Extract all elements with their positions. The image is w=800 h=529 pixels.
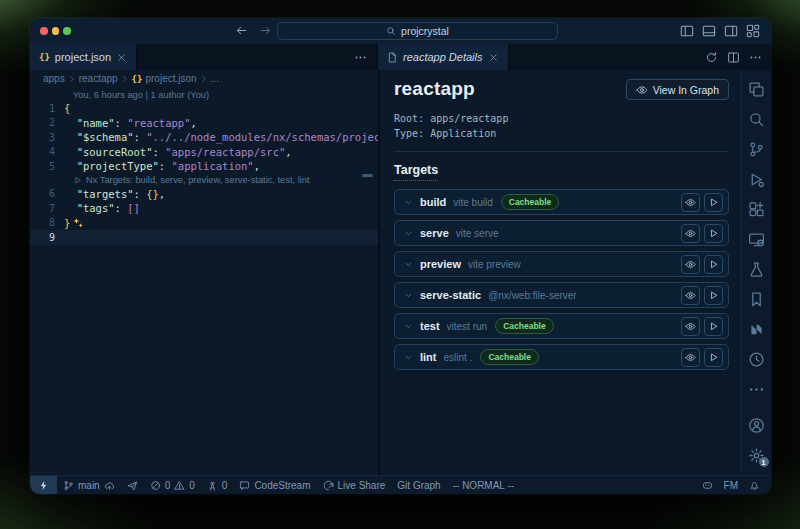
- status-broadcast[interactable]: 0: [201, 476, 234, 494]
- play-icon: [708, 197, 719, 208]
- code-line[interactable]: 8}: [30, 216, 378, 231]
- expand-target-icon[interactable]: [404, 260, 413, 269]
- status-problems[interactable]: 00: [144, 476, 201, 494]
- live-share-icon: [323, 480, 334, 491]
- activity-bookmarks[interactable]: [741, 284, 772, 314]
- json-file-icon: {}: [39, 52, 50, 62]
- codelens[interactable]: You, 6 hours ago | 1 author (You): [30, 88, 378, 101]
- inline-suggestion-icon[interactable]: [72, 217, 84, 229]
- breadcrumb-item[interactable]: ...: [211, 73, 219, 84]
- target-view-button[interactable]: [681, 255, 700, 274]
- back-icon[interactable]: [235, 24, 248, 37]
- code-line[interactable]: 1{: [30, 101, 378, 116]
- code-line[interactable]: 9: [30, 230, 378, 245]
- activity-run-debug[interactable]: [741, 164, 772, 194]
- maximize-window-button[interactable]: [63, 27, 71, 35]
- target-run-button[interactable]: [704, 348, 723, 367]
- activity-extensions[interactable]: [741, 194, 772, 224]
- target-row-preview[interactable]: previewvite preview: [394, 251, 729, 277]
- toggle-sidebar-right-icon[interactable]: [724, 24, 738, 38]
- code-line[interactable]: 3 "$schema": "../../node_modules/nx/sche…: [30, 130, 378, 145]
- activity-testing[interactable]: [741, 254, 772, 284]
- toggle-sidebar-left-icon[interactable]: [680, 24, 694, 38]
- cacheable-badge: Cacheable: [501, 194, 560, 210]
- target-row-serve[interactable]: servevite serve: [394, 220, 729, 246]
- tab-reactapp-details[interactable]: reactapp Details: [378, 44, 509, 70]
- status-copilot[interactable]: [702, 476, 713, 494]
- status-git-branch[interactable]: main: [57, 476, 121, 494]
- toggle-panel-icon[interactable]: [702, 24, 716, 38]
- activity-search[interactable]: [741, 104, 772, 134]
- breadcrumb-item[interactable]: apps: [43, 73, 65, 84]
- target-view-button[interactable]: [681, 224, 700, 243]
- close-window-button[interactable]: [40, 27, 48, 35]
- status-live-share[interactable]: Live Share: [317, 476, 392, 494]
- tab-label: project.json: [55, 51, 111, 63]
- target-name: test: [420, 320, 440, 332]
- status-vim-mode[interactable]: -- NORMAL --: [447, 476, 520, 494]
- close-tab-icon[interactable]: [116, 52, 127, 63]
- project-title: reactapp: [394, 78, 475, 100]
- activity-remote-explorer[interactable]: [741, 224, 772, 254]
- activity-bar: 1: [740, 70, 771, 475]
- target-view-button[interactable]: [681, 348, 700, 367]
- expand-target-icon[interactable]: [404, 353, 413, 362]
- activity-settings[interactable]: 1: [741, 440, 772, 470]
- scrollbar-thumb[interactable]: [362, 174, 373, 177]
- target-view-button[interactable]: [681, 286, 700, 305]
- codelens[interactable]: Nx Targets: build, serve, preview, serve…: [30, 174, 378, 187]
- breadcrumb-item[interactable]: reactapp: [79, 73, 118, 84]
- close-tab-icon[interactable]: [488, 52, 499, 63]
- target-run-button[interactable]: [704, 255, 723, 274]
- expand-target-icon[interactable]: [404, 229, 413, 238]
- minimize-window-button[interactable]: [52, 27, 60, 35]
- expand-target-icon[interactable]: [404, 291, 413, 300]
- target-run-button[interactable]: [704, 193, 723, 212]
- split-editor-icon[interactable]: [727, 51, 740, 64]
- project-details-panel: reactapp View In Graph Root: apps/reacta…: [380, 70, 740, 475]
- code-line[interactable]: 6 "targets": {},: [30, 187, 378, 202]
- status-codestream[interactable]: CodeStream: [233, 476, 316, 494]
- more-actions-icon[interactable]: [354, 51, 367, 64]
- activity-project-tool[interactable]: [741, 344, 772, 374]
- line-number: 9: [30, 232, 64, 243]
- command-center-search[interactable]: projcrystal: [277, 22, 558, 40]
- status-notifications[interactable]: [749, 476, 760, 494]
- activity-explorer[interactable]: [741, 74, 772, 104]
- target-row-lint[interactable]: linteslint .Cacheable: [394, 344, 729, 370]
- code-line[interactable]: 5 "projectType": "application",: [30, 159, 378, 174]
- customize-layout-icon[interactable]: [746, 24, 760, 38]
- target-row-build[interactable]: buildvite buildCacheable: [394, 189, 729, 215]
- view-in-graph-button[interactable]: View In Graph: [626, 79, 729, 100]
- code-line[interactable]: 7 "tags": []: [30, 201, 378, 216]
- expand-target-icon[interactable]: [404, 198, 413, 207]
- code-line[interactable]: 4 "sourceRoot": "apps/reactapp/src",: [30, 145, 378, 160]
- activity-more[interactable]: [741, 374, 772, 404]
- target-executor: vitest run: [447, 321, 488, 332]
- target-run-button[interactable]: [704, 286, 723, 305]
- target-run-button[interactable]: [704, 317, 723, 336]
- more-icon: [748, 381, 765, 398]
- forward-icon[interactable]: [259, 24, 272, 37]
- target-run-button[interactable]: [704, 224, 723, 243]
- more-actions-icon[interactable]: [749, 51, 762, 64]
- expand-target-icon[interactable]: [404, 322, 413, 331]
- status-git-graph[interactable]: Git Graph: [391, 476, 446, 494]
- target-view-button[interactable]: [681, 193, 700, 212]
- status-format[interactable]: FM: [724, 476, 738, 494]
- explorer-icon: [748, 81, 765, 98]
- activity-nx-console[interactable]: [741, 314, 772, 344]
- status-label: CodeStream: [254, 480, 310, 491]
- refresh-icon[interactable]: [705, 51, 718, 64]
- code-line[interactable]: 2 "name": "reactapp",: [30, 116, 378, 131]
- status-publish[interactable]: [121, 476, 144, 494]
- status-remote[interactable]: [30, 476, 57, 494]
- target-row-test[interactable]: testvitest runCacheable: [394, 313, 729, 339]
- activity-account[interactable]: [741, 410, 772, 440]
- target-view-button[interactable]: [681, 317, 700, 336]
- activity-source-control[interactable]: [741, 134, 772, 164]
- tab-project-json[interactable]: {} project.json: [30, 44, 137, 70]
- target-row-serve-static[interactable]: serve-static@nx/web:file-server: [394, 282, 729, 308]
- breadcrumb-item[interactable]: {}project.json: [132, 73, 197, 84]
- json-editor[interactable]: appsreactapp{}project.json... You, 6 hou…: [30, 70, 378, 475]
